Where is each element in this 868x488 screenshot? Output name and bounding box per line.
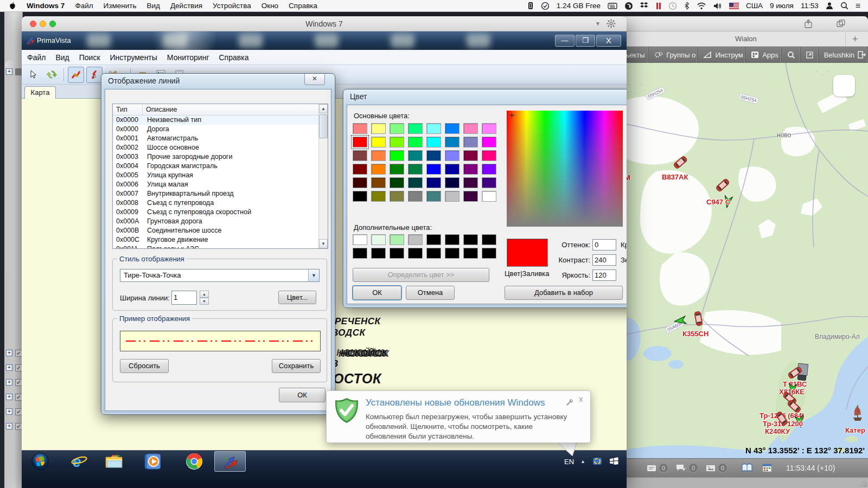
pv-menu-Мониторинг[interactable]: Мониторинг: [167, 53, 209, 62]
color-swatch[interactable]: [408, 191, 423, 202]
list-row[interactable]: 0x000BСоединительное шоссе: [113, 226, 328, 235]
menubar-date[interactable]: 9 июля: [770, 2, 794, 10]
color-swatch[interactable]: [390, 137, 404, 147]
list-row[interactable]: 0x0002Шоссе основное: [113, 143, 328, 152]
action-center-icon[interactable]: [609, 457, 619, 467]
wialon-toolbar-ъекты[interactable]: ъекты: [624, 47, 649, 63]
color-swatch[interactable]: [390, 123, 404, 134]
color-swatch[interactable]: [426, 234, 441, 245]
vehicle-label[interactable]: К240КУ: [765, 427, 790, 435]
menubar-time[interactable]: 11:53: [801, 2, 819, 10]
chrome-icon[interactable]: [184, 452, 204, 471]
color-swatch[interactable]: [390, 248, 404, 259]
scroll-down-icon[interactable]: ▼: [319, 239, 328, 248]
apple-icon[interactable]: [9, 2, 16, 10]
spin-up-icon[interactable]: ▲: [200, 291, 209, 298]
line-type-list[interactable]: Тип Описание 0x0000Неизвестный тип0x0000…: [112, 104, 328, 249]
color-swatch[interactable]: [353, 234, 367, 245]
color-swatch[interactable]: [463, 234, 478, 245]
define-color-button[interactable]: Определить цвет >>: [353, 268, 489, 282]
color-swatch[interactable]: [482, 191, 496, 202]
color-swatch[interactable]: [426, 137, 441, 147]
list-row[interactable]: 0x0006Улица малая: [113, 180, 328, 189]
ok-button[interactable]: ОК: [279, 388, 326, 402]
parallels-icon[interactable]: [527, 2, 534, 10]
color-swatch[interactable]: [426, 177, 441, 188]
color-swatch[interactable]: [371, 177, 386, 188]
color-swatch[interactable]: [426, 248, 441, 259]
color-swatch[interactable]: [408, 123, 423, 134]
pv-menu-Поиск[interactable]: Поиск: [79, 53, 100, 62]
list-row[interactable]: 0x0003Прочие загородные дороги: [113, 152, 328, 162]
hue-saturation-field[interactable]: [507, 111, 623, 227]
vehicle-label[interactable]: В837АК: [662, 173, 688, 181]
pv-menu-Справка[interactable]: Справка: [219, 53, 249, 62]
resize-grip[interactable]: [858, 478, 867, 487]
color-swatch[interactable]: [353, 137, 367, 147]
tab-map[interactable]: Карта: [24, 86, 56, 99]
color-swatch[interactable]: [482, 150, 496, 161]
luminance-input[interactable]: 120: [592, 269, 616, 281]
counter-photos-icon[interactable]: 0: [706, 463, 727, 473]
list-row[interactable]: 0x000CКруговое движение: [113, 235, 328, 245]
color-swatch[interactable]: [390, 164, 404, 175]
color-swatch[interactable]: [408, 248, 423, 259]
reset-button[interactable]: Сбросить: [120, 359, 169, 373]
user-icon[interactable]: [826, 2, 833, 10]
wifi-icon[interactable]: [697, 2, 706, 10]
hue-input[interactable]: 0: [592, 239, 616, 251]
explorer-folder-icon[interactable]: [104, 452, 124, 471]
color-swatch[interactable]: [482, 248, 496, 259]
color-swatch[interactable]: [445, 123, 459, 134]
list-row[interactable]: 0x0005Улица крупная: [113, 171, 328, 180]
list-row[interactable]: 0x0001Автомагистраль: [113, 134, 328, 143]
vehicle-label[interactable]: Катер: [845, 426, 865, 434]
ok-button[interactable]: ОК: [353, 286, 401, 300]
wialon-map[interactable]: 05Н25405Н25405А608новоВладимиро-АлВ837АК…: [624, 63, 868, 458]
gear-icon[interactable]: [607, 19, 616, 30]
color-swatch[interactable]: [482, 177, 496, 188]
color-swatch[interactable]: [445, 248, 459, 259]
color-swatch[interactable]: [408, 164, 423, 175]
wialon-toolbar-expand-icon[interactable]: [801, 47, 819, 63]
expand-icon[interactable]: +: [6, 68, 12, 75]
color-swatch[interactable]: [408, 177, 423, 188]
color-swatch[interactable]: [463, 137, 478, 147]
color-swatch[interactable]: [390, 191, 404, 202]
vehicle-label[interactable]: К355СН: [682, 330, 709, 338]
color-swatch[interactable]: [463, 248, 478, 259]
viber-icon[interactable]: [624, 2, 633, 10]
color-swatch[interactable]: [463, 164, 478, 175]
color-swatch[interactable]: [426, 123, 441, 134]
line-width-input[interactable]: 1: [171, 291, 197, 305]
list-row[interactable]: 0x0004Городская магистраль: [113, 162, 328, 171]
list-scrollbar[interactable]: ▲ ▼: [318, 104, 328, 248]
color-swatch[interactable]: [463, 191, 478, 202]
close-icon[interactable]: x: [579, 394, 583, 403]
cancel-button[interactable]: Отмена: [406, 286, 455, 300]
color-swatch[interactable]: [445, 164, 459, 175]
menubar-item-Файл[interactable]: Файл: [75, 2, 93, 10]
bluetooth-icon[interactable]: [684, 2, 690, 10]
dialog-close-button[interactable]: ✕: [304, 74, 325, 85]
new-tab-button[interactable]: +: [845, 33, 858, 46]
expand-icon[interactable]: +: [6, 379, 12, 386]
tree-row[interactable]: +✔: [6, 408, 22, 416]
color-swatch[interactable]: [445, 177, 459, 188]
color-swatch[interactable]: [408, 137, 423, 147]
color-swatch[interactable]: [353, 123, 367, 134]
tree-row[interactable]: +✔: [6, 364, 22, 372]
list-row[interactable]: 0x0007Внутриквартальный проезд: [113, 189, 328, 198]
volume-icon[interactable]: [713, 2, 722, 10]
list-row[interactable]: 0x0009Съезд с путепровода скоростной: [113, 208, 328, 217]
color-swatch[interactable]: [371, 164, 386, 175]
select-tool-button[interactable]: [25, 67, 41, 83]
color-swatch[interactable]: [371, 234, 386, 245]
color-swatch[interactable]: [371, 137, 386, 147]
color-swatch[interactable]: [353, 177, 367, 188]
list-row[interactable]: 0x0000Неизвестный тип: [113, 115, 328, 125]
keyboard-icon[interactable]: [608, 2, 617, 10]
scroll-up-icon[interactable]: ▲: [319, 104, 328, 113]
line-edit-tool-button[interactable]: [86, 67, 103, 83]
vm-titlebar[interactable]: Windows 7 ▼: [22, 16, 627, 31]
